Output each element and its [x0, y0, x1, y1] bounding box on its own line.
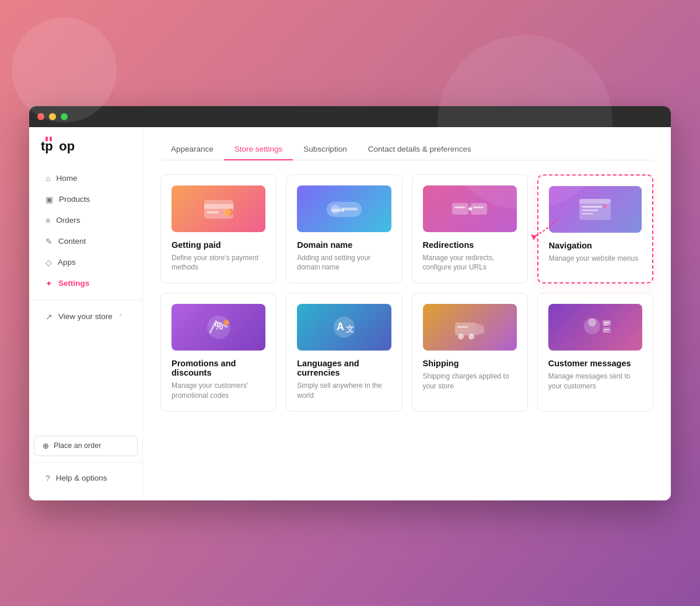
sidebar-item-orders-label: Orders	[56, 216, 80, 225]
logo: t p op	[29, 139, 142, 168]
card-customer-messages[interactable]: Customer messages Manage messages sent t…	[537, 293, 653, 412]
card-promotions[interactable]: % Promotions and discounts Manage your c…	[160, 293, 276, 412]
sidebar-item-products-label: Products	[59, 195, 90, 204]
maximize-button[interactable]	[61, 113, 68, 120]
card-redirections-desc: Manage your redirects, configure your UR…	[423, 253, 517, 273]
sidebar-item-help[interactable]: ? Help & options	[34, 468, 138, 488]
card-shipping[interactable]: Shipping Shipping charges applied to you…	[412, 293, 528, 412]
svg-marker-28	[475, 323, 484, 335]
sidebar-item-orders[interactable]: ≡ Orders	[34, 211, 138, 230]
svg-point-4	[224, 209, 231, 216]
card-redirections[interactable]: Redirections Manage your redirects, conf…	[412, 174, 528, 284]
sidebar-bottom: ⊕ Place an order ? Help & options	[29, 425, 142, 489]
sidebar-item-products[interactable]: ▣ Products	[34, 190, 138, 209]
sidebar-item-settings-label: Settings	[58, 279, 89, 288]
sidebar-item-home[interactable]: ⌂ Home	[34, 169, 138, 188]
browser-body: t p op ⌂ Home ▣ Products ≡ Orders ✎ Con	[29, 127, 671, 500]
sidebar-item-apps[interactable]: ◇ Apps	[34, 253, 138, 272]
svg-text:%: %	[215, 321, 223, 331]
card-languages-title: Languages and currencies	[297, 359, 391, 377]
products-icon: ▣	[46, 195, 53, 204]
content-icon: ✎	[46, 237, 52, 246]
card-customer-desc: Manage messages sent to your customers	[548, 372, 642, 391]
sidebar-item-apps-label: Apps	[58, 258, 76, 267]
card-getting-paid-desc: Define your store's payment methods	[172, 253, 265, 273]
close-button[interactable]	[37, 113, 44, 120]
sidebar-item-content-label: Content	[58, 237, 86, 246]
svg-rect-1	[204, 204, 233, 209]
svg-rect-38	[604, 329, 610, 330]
sidebar-item-settings[interactable]: ✦ Settings	[34, 274, 138, 293]
place-order-icon: ⊕	[43, 442, 49, 450]
help-icon: ?	[46, 474, 50, 483]
nav-divider	[29, 300, 142, 300]
nav-divider-2	[29, 462, 142, 463]
card-languages[interactable]: A 文 Languages and currencies Simply sell…	[286, 293, 402, 412]
svg-point-20	[603, 204, 607, 208]
card-shipping-image	[423, 304, 517, 351]
card-promotions-title: Promotions and discounts	[172, 359, 265, 377]
sidebar-item-home-label: Home	[56, 174, 77, 183]
card-languages-image: A 文	[297, 304, 391, 351]
place-order-label: Place an order	[54, 442, 101, 450]
minimize-button[interactable]	[49, 113, 56, 120]
svg-text:A: A	[337, 321, 344, 332]
settings-icon: ✦	[46, 279, 52, 288]
card-customer-title: Customer messages	[548, 359, 642, 368]
svg-rect-31	[457, 326, 468, 328]
card-promotions-image: %	[172, 304, 265, 351]
card-getting-paid-title: Getting paid	[172, 240, 265, 250]
svg-point-30	[468, 334, 474, 339]
sidebar-item-view-store[interactable]: ↗ View your store *	[34, 307, 138, 327]
annotation-arrow-svg	[522, 213, 569, 243]
svg-rect-36	[604, 324, 608, 325]
card-domain-image: www	[297, 185, 391, 232]
home-icon: ⌂	[46, 174, 50, 183]
svg-rect-14	[473, 206, 484, 208]
svg-text:文: 文	[346, 324, 354, 334]
place-order-button[interactable]: ⊕ Place an order	[34, 436, 138, 456]
svg-rect-27	[455, 323, 475, 335]
svg-rect-18	[582, 209, 598, 211]
svg-point-29	[458, 334, 464, 339]
svg-point-33	[588, 318, 596, 327]
main-content: Appearance Store settings Subscription C…	[143, 127, 671, 500]
card-domain-desc: Adding and setting your domain name	[297, 253, 391, 273]
card-redirections-image	[423, 185, 517, 232]
card-getting-paid[interactable]: Getting paid Define your store's payment…	[160, 174, 276, 284]
settings-grid: Getting paid Define your store's payment…	[160, 174, 653, 412]
svg-point-23	[223, 320, 229, 325]
svg-text:www: www	[331, 207, 345, 213]
sidebar: t p op ⌂ Home ▣ Products ≡ Orders ✎ Con	[29, 127, 143, 500]
tab-subscription[interactable]: Subscription	[293, 139, 357, 160]
svg-rect-39	[604, 331, 607, 332]
card-navigation-desc: Manage your website menus	[549, 254, 642, 264]
svg-rect-2	[207, 211, 219, 213]
card-promotions-desc: Manage your customers' promotional codes	[172, 381, 265, 401]
view-store-icon: ↗	[46, 312, 52, 321]
sidebar-help-label: Help & options	[56, 474, 107, 482]
card-shipping-desc: Shipping charges applied to your store	[423, 372, 517, 391]
svg-rect-35	[604, 322, 610, 323]
card-redirections-title: Redirections	[423, 240, 517, 250]
tab-store-settings[interactable]: Store settings	[224, 139, 293, 160]
card-shipping-title: Shipping	[423, 359, 517, 368]
external-link-icon: *	[120, 313, 122, 320]
svg-rect-10	[471, 203, 487, 215]
orders-icon: ≡	[46, 216, 50, 225]
tab-appearance[interactable]: Appearance	[160, 139, 224, 160]
card-domain-name[interactable]: www Domain name Adding and setting your …	[286, 174, 402, 284]
card-getting-paid-image	[172, 185, 265, 232]
sidebar-item-content[interactable]: ✎ Content	[34, 232, 138, 251]
browser-window: t p op ⌂ Home ▣ Products ≡ Orders ✎ Con	[29, 106, 671, 500]
browser-titlebar	[29, 106, 671, 127]
sidebar-view-store-label: View your store	[58, 312, 113, 321]
tabs: Appearance Store settings Subscription C…	[160, 139, 653, 160]
card-customer-image	[548, 304, 642, 351]
card-domain-title: Domain name	[297, 240, 391, 250]
card-languages-desc: Simply sell anywhere in the world	[297, 381, 391, 401]
svg-rect-19	[582, 213, 593, 215]
apps-icon: ◇	[46, 258, 52, 267]
tab-contact[interactable]: Contact details & preferences	[358, 139, 482, 160]
svg-rect-13	[454, 206, 465, 208]
